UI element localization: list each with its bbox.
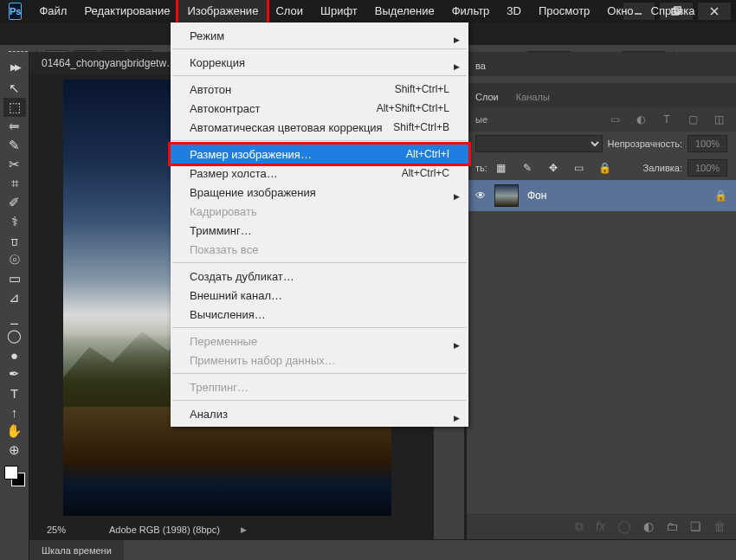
layer-row[interactable]: 👁 Фон 🔒 [467,180,736,211]
filter-text-icon[interactable]: T [658,112,675,127]
menu-item[interactable]: Коррекция [171,53,468,72]
menu-изображение[interactable]: Изображение [178,0,267,23]
lock-fill-row: ть: ▦ ✎ ✥ ▭ 🔒 Заливка: 100% [467,156,736,180]
tool-13[interactable]: ◯ [3,326,26,345]
new-layer-icon[interactable]: ❏ [690,519,701,533]
tool-2[interactable]: ⥢ [3,117,26,136]
zoom-value[interactable]: 25% [47,525,88,535]
tool-5[interactable]: ⌗ [3,174,26,193]
blend-opacity-row: Непрозрачность: 100% [467,132,736,156]
foreground-color[interactable] [4,466,18,480]
opacity-value[interactable]: 100% [688,135,727,152]
tool-17[interactable]: ↑ [3,402,26,422]
delete-layer-icon[interactable]: 🗑 [713,519,726,533]
link-layers-icon[interactable]: ⧉ [575,519,584,534]
menu-item[interactable]: Анализ [171,404,468,423]
filter-kind-label: ые [475,114,597,125]
adjustment-layer-icon[interactable]: ◐ [643,519,654,533]
properties-tabs: ва [467,52,736,76]
tab-layers[interactable]: Слои [467,87,507,107]
properties-tab[interactable]: ва [467,55,494,76]
lock-position-icon[interactable]: ✥ [545,160,562,176]
menu-item: Треппинг… [171,377,468,396]
timeline-panel: Шкала времени [29,539,736,560]
opacity-label: Непрозрачность: [608,138,682,149]
filter-shape-icon[interactable]: ▢ [684,112,701,127]
menu-item[interactable]: Вычисления… [171,305,468,324]
layer-filter-row: ые ▭ ◐ T ▢ ◫ [467,107,736,132]
status-menu-icon[interactable]: ▶ [241,525,247,534]
layers-footer: ⧉ fx ◯ ◐ 🗀 ❏ 🗑 [467,513,736,539]
filter-image-icon[interactable]: ▭ [606,112,623,127]
layer-name[interactable]: Фон [527,190,546,202]
timeline-tab[interactable]: Шкала времени [29,540,124,560]
tool-7[interactable]: ⚕ [3,212,26,231]
menu-item[interactable]: АвтотонShift+Ctrl+L [171,80,468,99]
menu-item[interactable]: Размер холста…Alt+Ctrl+C [171,164,468,183]
menu-item[interactable]: АвтоконтрастAlt+Shift+Ctrl+L [171,99,468,118]
menu-item[interactable]: Тримминг… [171,221,468,240]
fill-value[interactable]: 100% [688,159,727,177]
blend-mode-select[interactable] [475,135,603,152]
status-bar: 25% Adobe RGB (1998) (8bpc) ▶ [29,520,247,539]
tool-10[interactable]: ▭ [3,269,26,288]
menu-редактирование[interactable]: Редактирование [75,0,178,23]
tool-3[interactable]: ✎ [3,136,26,155]
menu-фильтр[interactable]: Фильтр [443,0,499,23]
group-icon[interactable]: 🗀 [666,519,678,533]
menu-item: Кадрировать [171,202,468,221]
filter-adjust-icon[interactable]: ◐ [632,112,649,127]
tool-4[interactable]: ✂ [3,155,26,174]
tool-0[interactable]: ↖ [3,79,26,98]
menu-item: Показать все [171,240,468,259]
menu-выделение[interactable]: Выделение [366,0,443,23]
lock-artboard-icon[interactable]: ▭ [571,160,588,176]
tool-9[interactable]: ⦾ [3,250,26,269]
tool-16[interactable]: T [3,383,26,402]
menu-item[interactable]: Размер изображения…Alt+Ctrl+I [171,145,468,164]
menu-слои[interactable]: Слои [267,0,312,23]
menu-item[interactable]: Автоматическая цветовая коррекцияShift+C… [171,118,468,137]
menu-item[interactable]: Режим [171,26,468,45]
tool-1[interactable]: ⬚ [3,98,26,117]
tool-15[interactable]: ✒ [3,364,26,383]
right-panels: ва Слои Каналы ые ▭ ◐ T ▢ ◫ Непрозрачнос… [466,52,736,539]
menu-item[interactable]: Вращение изображения [171,183,468,202]
lock-paint-icon[interactable]: ✎ [519,160,536,176]
menu-item: Переменные [171,331,468,351]
menu-item: Применить набор данных… [171,351,468,370]
tool-8[interactable]: ⩌ [3,231,26,250]
tool-14[interactable]: ● [3,345,26,364]
tool-19[interactable]: ⊕ [3,441,26,460]
tools-panel: ▶▶ ↖⬚⥢✎✂⌗✐⚕⩌⦾▭⊿⎯◯●✒T↑✋⊕ [0,52,29,560]
fill-label: Заливка: [643,163,682,173]
layer-mask-icon[interactable]: ◯ [617,519,631,533]
menu-просмотр[interactable]: Просмотр [530,0,598,23]
menu-3d[interactable]: 3D [498,0,530,23]
tool-6[interactable]: ✐ [3,193,26,212]
panel-collapse-icon[interactable]: ▶▶ [3,57,26,76]
tool-18[interactable]: ✋ [3,422,26,441]
menu-файл[interactable]: Файл [30,0,75,23]
menu-item[interactable]: Внешний канал… [171,286,468,305]
app-logo: Ps [9,3,22,20]
layer-thumbnail[interactable] [494,184,519,207]
visibility-eye-icon[interactable]: 👁 [475,190,486,202]
menu-шрифт[interactable]: Шрифт [312,0,366,23]
layer-fx-icon[interactable]: fx [596,519,605,533]
menu-справка[interactable]: Справка [642,0,704,23]
layer-lock-icon[interactable]: 🔒 [714,190,727,202]
tab-channels[interactable]: Каналы [507,87,558,107]
layers-tabs: Слои Каналы [467,83,736,107]
lock-all-icon[interactable]: 🔒 [597,160,614,176]
filter-smart-icon[interactable]: ◫ [710,112,727,127]
lock-label: ть: [475,163,487,173]
menu-окно[interactable]: Окно [598,0,642,23]
menu-item[interactable]: Создать дубликат… [171,267,468,286]
color-profile: Adobe RGB (1998) (8bpc) [109,525,220,535]
lock-pixels-icon[interactable]: ▦ [493,160,510,176]
tool-12[interactable]: ⎯ [3,307,26,326]
color-swatch[interactable] [4,466,25,486]
menubar: Ps ФайлРедактированиеИзображениеСлоиШриф… [0,0,623,23]
tool-11[interactable]: ⊿ [3,288,26,307]
